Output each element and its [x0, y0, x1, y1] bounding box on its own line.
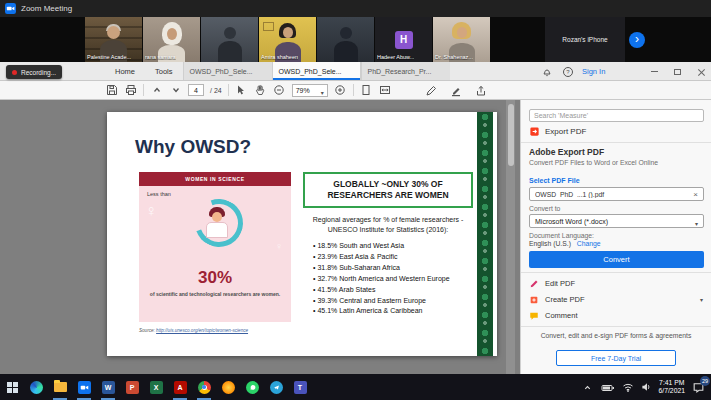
list-item: 41.5% Arab States: [313, 285, 450, 296]
svg-text:?: ?: [566, 69, 570, 75]
vertical-scrollbar[interactable]: [506, 100, 515, 374]
windows-taskbar: W P X A T 7:41 PM 6/7/2021 29: [0, 374, 711, 400]
maximize-button[interactable]: [674, 69, 681, 75]
woman-figure-head: [212, 212, 222, 222]
word-icon[interactable]: W: [96, 374, 120, 400]
export-pdf-label: Export PDF: [545, 127, 586, 136]
export-pdf-header[interactable]: Export PDF: [529, 124, 586, 138]
zoom-logo-icon: [5, 3, 16, 14]
single-page-view-icon[interactable]: [360, 84, 373, 97]
chrome-icon[interactable]: [192, 374, 216, 400]
search-input[interactable]: [529, 109, 704, 122]
share-icon[interactable]: [474, 84, 487, 97]
participant-initial: H: [395, 31, 413, 49]
action-center-icon[interactable]: 29: [692, 380, 706, 394]
gallery-next-button[interactable]: [629, 32, 645, 48]
battery-icon[interactable]: [601, 378, 615, 396]
acrobat-icon[interactable]: A: [168, 374, 192, 400]
highlighter-icon[interactable]: [449, 84, 462, 97]
select-tool-icon[interactable]: [235, 84, 248, 97]
powerpoint-icon[interactable]: P: [120, 374, 144, 400]
save-icon[interactable]: [105, 84, 118, 97]
zoom-app-icon[interactable]: [72, 374, 96, 400]
participant-tile-hadeer[interactable]: H Hadeer Abuw...: [375, 17, 432, 62]
infographic-caption: of scientific and technological research…: [149, 291, 281, 298]
volume-icon[interactable]: [641, 378, 652, 396]
infographic-lead-text: Less than: [147, 191, 171, 197]
source-link[interactable]: http://uis.unesco.org/en/topic/women-sci…: [156, 328, 248, 333]
home-tab[interactable]: Home: [105, 62, 145, 80]
picture-frame: [263, 22, 274, 31]
firefox-icon[interactable]: [216, 374, 240, 400]
tools-panel: Export PDF Adobe Export PDF Convert PDF …: [520, 100, 711, 374]
participant-tile-rozans-iphone[interactable]: Rozan's iPhone: [545, 17, 625, 62]
free-trial-button[interactable]: Free 7-Day Trial: [556, 350, 676, 366]
screen: Home Tools OWSD_PhD_Sele... OWSD_PhD_Sel…: [0, 0, 711, 400]
minimize-button[interactable]: [651, 71, 658, 72]
participant-name: Hadeer Abuw...: [377, 54, 414, 60]
participant-tile-dr-shahenaz[interactable]: Dr. Shahenaz...: [433, 17, 490, 62]
stat-30-percent: 30%: [139, 268, 291, 288]
hand-tool-icon[interactable]: [254, 84, 267, 97]
document-content-area: Why OWSD? WOMEN IN SCIENCE Less than 30%…: [0, 100, 711, 374]
excel-icon[interactable]: X: [144, 374, 168, 400]
zoom-level-select[interactable]: 79%: [292, 84, 328, 97]
highlight-box: GLOBALLY ~ONLY 30% OF RESEARCHERS ARE WO…: [303, 172, 473, 208]
participant-tile[interactable]: [317, 17, 374, 62]
participant-tile-rana-samara[interactable]: rana samara: [143, 17, 200, 62]
zoom-title-bar: Zoom Meeting: [0, 0, 711, 17]
toolbar-separator: [353, 84, 354, 96]
tray-expand-icon[interactable]: [581, 381, 594, 394]
zoom-out-icon[interactable]: [273, 84, 286, 97]
close-button[interactable]: [697, 68, 705, 76]
convert-button[interactable]: Convert: [529, 251, 704, 268]
infographic-header: WOMEN IN SCIENCE: [139, 172, 291, 186]
create-pdf-row[interactable]: Create PDF: [521, 292, 711, 307]
language-value: English (U.S.): [529, 240, 571, 247]
telegram-icon[interactable]: [264, 374, 288, 400]
print-icon[interactable]: [124, 84, 137, 97]
file-explorer-icon[interactable]: [48, 374, 72, 400]
edit-pdf-label: Edit PDF: [545, 279, 575, 288]
clock[interactable]: 7:41 PM 6/7/2021: [659, 379, 685, 395]
fit-width-icon[interactable]: [379, 84, 392, 97]
slide-title: Why OWSD?: [135, 136, 251, 158]
participant-tile-palestine-academy[interactable]: Palestine Acade...: [85, 17, 142, 62]
document-tab-2-active[interactable]: OWSD_PhD_Sele...: [272, 62, 361, 80]
participant-tile-amira-shaheen[interactable]: Amira shaheen: [259, 17, 316, 62]
help-icon[interactable]: ?: [561, 65, 574, 78]
recording-indicator[interactable]: Recording...: [6, 65, 62, 79]
create-pdf-icon: [529, 295, 539, 305]
edit-pdf-row[interactable]: Edit PDF: [521, 276, 711, 291]
format-select[interactable]: Microsoft Word (*.docx): [529, 214, 704, 228]
document-language-row: English (U.S.) Change: [529, 240, 601, 247]
page-number-input[interactable]: 4: [188, 84, 204, 96]
teams-icon[interactable]: T: [288, 374, 312, 400]
start-button[interactable]: [0, 374, 24, 400]
panel-divider: [521, 272, 711, 273]
list-item: 18.5% South and West Asia: [313, 241, 450, 252]
pen-icon[interactable]: [424, 84, 437, 97]
page-previous-icon[interactable]: [150, 84, 163, 97]
select-pdf-file-link[interactable]: Select PDF File: [529, 177, 580, 184]
edge-icon[interactable]: [24, 374, 48, 400]
comment-row[interactable]: Comment: [521, 308, 711, 323]
document-tab-1[interactable]: OWSD_PhD_Sele...: [183, 62, 272, 80]
toolbar-separator: [143, 84, 144, 96]
comment-icon: [529, 311, 539, 321]
window-controls: [651, 62, 705, 81]
remove-file-icon[interactable]: ×: [693, 190, 698, 199]
panel-divider: [521, 326, 711, 327]
wifi-icon[interactable]: [622, 378, 634, 396]
document-tab-3[interactable]: PhD_Research_Pr...: [361, 62, 450, 80]
sign-in-button[interactable]: Sign In: [582, 67, 605, 76]
language-change-link[interactable]: Change: [577, 240, 601, 247]
zoom-in-icon[interactable]: [334, 84, 347, 97]
tools-tab[interactable]: Tools: [145, 62, 183, 80]
bell-icon[interactable]: [540, 65, 553, 78]
whatsapp-icon[interactable]: [240, 374, 264, 400]
page-next-icon[interactable]: [169, 84, 182, 97]
selected-file-chip[interactable]: OWSD_PhD_...1 ().pdf ×: [529, 187, 704, 201]
participant-tile[interactable]: [201, 17, 258, 62]
scrollbar-thumb[interactable]: [508, 104, 514, 166]
